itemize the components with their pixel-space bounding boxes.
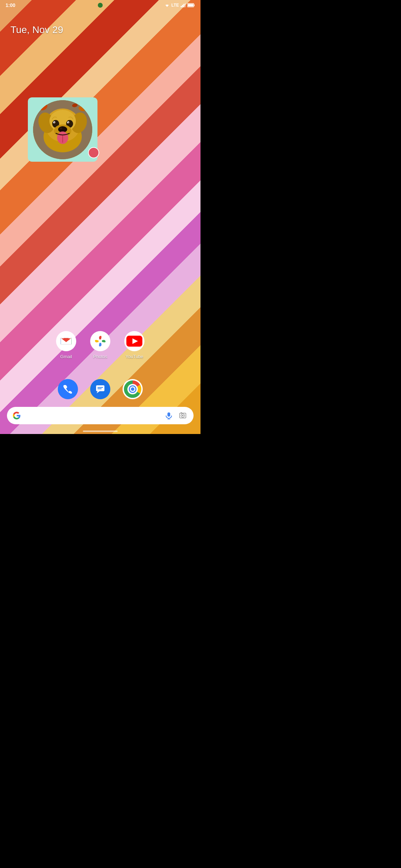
photos-app[interactable]: Photos (90, 331, 110, 359)
mic-icon (165, 412, 173, 419)
network-type: LTE (171, 3, 179, 8)
messages-icon (95, 384, 106, 395)
svg-marker-37 (97, 391, 100, 393)
photos-icon-wrapper[interactable] (90, 331, 110, 351)
phone-app[interactable] (58, 379, 78, 399)
date-text: Tue, Nov 29 (10, 24, 63, 35)
chrome-app[interactable] (123, 379, 143, 399)
search-bar[interactable] (7, 407, 194, 424)
record-indicator (88, 147, 99, 158)
svg-rect-50 (181, 412, 182, 413)
chrome-icon (124, 380, 141, 398)
gmail-label: Gmail (60, 354, 72, 359)
app-icons-row: Gmail Photos (0, 331, 200, 359)
svg-point-33 (99, 339, 102, 343)
status-icons: LTE (164, 3, 195, 8)
svg-point-26 (60, 127, 62, 129)
photos-label: Photos (93, 354, 107, 359)
svg-rect-36 (96, 385, 104, 391)
svg-point-22 (54, 122, 55, 123)
search-input[interactable] (24, 407, 160, 424)
gmail-icon (58, 333, 74, 349)
svg-rect-8 (188, 4, 194, 7)
svg-point-43 (131, 387, 134, 391)
camera-indicator (98, 3, 103, 8)
svg-rect-7 (194, 5, 195, 6)
photos-icon (92, 333, 108, 349)
battery-icon (187, 3, 195, 7)
svg-rect-5 (185, 3, 186, 7)
svg-rect-3 (182, 5, 183, 7)
date-widget: Tue, Nov 29 (10, 24, 63, 35)
svg-point-49 (182, 415, 183, 416)
dog-photo-widget[interactable] (28, 97, 97, 162)
svg-rect-2 (181, 6, 182, 7)
messages-app[interactable] (90, 379, 110, 399)
youtube-app[interactable]: YouTube (124, 331, 144, 359)
wifi-icon (164, 3, 170, 7)
svg-rect-44 (167, 412, 170, 417)
youtube-icon (126, 335, 142, 347)
svg-rect-38 (97, 387, 103, 388)
home-indicator[interactable] (83, 431, 118, 432)
dog-illustration (33, 100, 92, 159)
lens-icon (179, 412, 187, 419)
lens-search-button[interactable] (178, 410, 188, 421)
dog-photo (33, 100, 92, 159)
youtube-label: YouTube (125, 354, 143, 359)
signal-icon (180, 3, 186, 7)
youtube-icon-wrapper[interactable] (124, 331, 144, 351)
phone-icon (62, 384, 73, 395)
dock-row (0, 379, 200, 399)
voice-search-button[interactable] (164, 410, 174, 421)
wallpaper (0, 0, 200, 434)
google-logo (13, 411, 21, 420)
svg-rect-4 (183, 4, 184, 7)
gmail-app[interactable]: Gmail (56, 331, 76, 359)
svg-point-23 (68, 122, 69, 123)
status-time: 1:00 (6, 2, 15, 8)
svg-rect-39 (97, 388, 102, 389)
gmail-icon-wrapper[interactable] (56, 331, 76, 351)
